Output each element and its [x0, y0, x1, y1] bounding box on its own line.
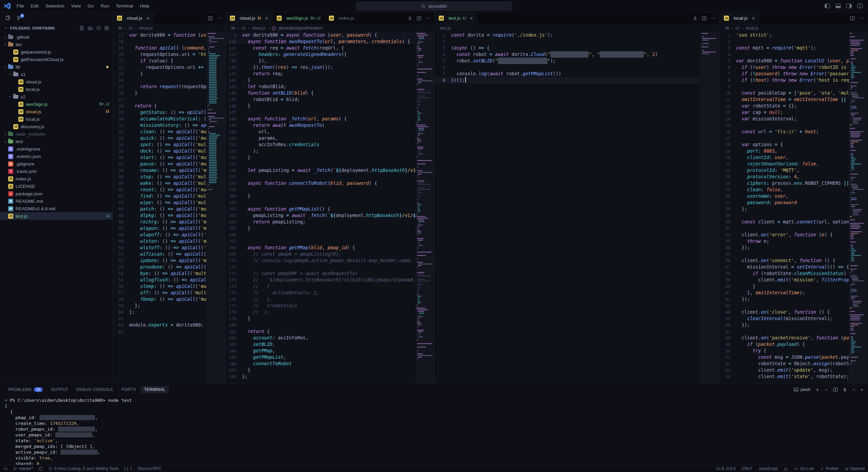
tree-item-getPasswordCloud.js[interactable]: JSgetPasswordCloud.js [0, 56, 113, 63]
close-icon[interactable]: × [146, 15, 150, 21]
tree-item-.gitignore[interactable]: G.gitignore [0, 160, 113, 168]
tab-cloud.js[interactable]: JScloud.js× [113, 12, 154, 24]
breadcrumb-item[interactable]: cloud.js [252, 26, 266, 31]
statusbar-alert[interactable] [784, 467, 788, 471]
menu-go[interactable]: Go [84, 2, 97, 10]
tree-item-node-modules[interactable]: ›node_modules [0, 130, 113, 138]
tree-item-cloud.js[interactable]: JScloud.js [0, 78, 113, 85]
statusbar-discord-rpc[interactable]: Discord RPC [138, 466, 161, 471]
split-icon[interactable] [850, 16, 855, 21]
tree-item-test[interactable]: ›test [0, 138, 113, 145]
tree-item-test.js[interactable]: JStest.jsU [0, 212, 113, 220]
statusbar-dependencies[interactable]: ⊘Depend [845, 466, 865, 471]
close-icon[interactable]: × [752, 15, 755, 21]
tree-item-.eslintrc.json[interactable]: E.eslintrc.json [0, 153, 113, 160]
statusbar-remote[interactable] [3, 467, 8, 471]
statusbar-language-mode[interactable]: JavaScript [758, 466, 777, 471]
tab-local.js[interactable]: JSlocal.js× [720, 12, 759, 24]
more-icon[interactable]: ⋯ [859, 16, 864, 20]
trash-icon[interactable] [843, 388, 847, 392]
breadcrumb-item[interactable]: v2 [735, 26, 740, 31]
statusbar-eol[interactable]: CRLF [742, 466, 752, 471]
tab-index.js[interactable]: JSindex.js [325, 12, 359, 24]
tab-awsSign.js[interactable]: JSawsSign.js9+, U [273, 12, 325, 24]
statusbar-go-live[interactable]: Go Live [794, 466, 814, 471]
tree-item-awsSign.js[interactable]: JSawsSign.js9+, U [0, 100, 113, 108]
breadcrumb-item[interactable]: lib [725, 26, 729, 31]
menu-file[interactable]: File [13, 2, 27, 10]
menu-view[interactable]: View [68, 2, 84, 10]
tab-cloud.js[interactable]: JScloud.jsM× [226, 12, 273, 24]
editor-cloudjs-v1[interactable]: 17var dorita980 = function (username, pa… [113, 32, 225, 383]
panel-tab-terminal[interactable]: TERMINAL [141, 386, 169, 393]
breadcrumb-item[interactable]: test.js [440, 26, 451, 31]
tree-item-.github[interactable]: ›.github [0, 33, 113, 41]
statusbar-git-sync[interactable] [38, 467, 43, 471]
breadcrumb-item[interactable]: cloud.js [139, 26, 153, 31]
chevdown-icon[interactable] [824, 388, 828, 392]
statusbar-git-branch[interactable]: master* [13, 466, 33, 471]
tree-item-index.js[interactable]: JSindex.js [0, 175, 113, 182]
editor-localjs-v2[interactable]: 1'use strict';23const mqtt = require('mq… [720, 32, 868, 383]
minimap[interactable] [701, 32, 719, 383]
explorer-section-header[interactable]: › FOLDERS: DORITA980 [0, 23, 113, 33]
tree-item-READMEv1.6.6.md[interactable]: MREADMEv1.6.6.md [0, 205, 113, 212]
tree-item-getpassword.js[interactable]: JSgetpassword.js [0, 48, 113, 56]
split-icon[interactable] [208, 16, 213, 21]
minimap[interactable] [849, 32, 868, 383]
breadcrumb-symbol[interactable]: generateSignedHeaders [278, 26, 322, 31]
breadcrumb-item[interactable]: lib [118, 26, 122, 31]
shell-selector[interactable]: pwsh [794, 387, 810, 392]
close-icon[interactable]: × [265, 15, 268, 21]
menu-edit[interactable]: Edit [27, 2, 42, 10]
layout-grid-icon[interactable] [857, 4, 863, 8]
layout-sidebar-left-icon[interactable] [825, 4, 830, 8]
compare-icon[interactable] [693, 16, 697, 21]
chevup-icon[interactable] [852, 388, 856, 392]
tree-item-README.md[interactable]: MREADME.md [0, 197, 113, 205]
compare-icon[interactable] [408, 16, 412, 21]
statusbar-wakatime[interactable]: 8 mins Coding, 5 secs Writing Tests [48, 466, 119, 471]
layout-panel-icon[interactable] [835, 4, 841, 8]
tree-item-discovery.js[interactable]: JSdiscovery.js [0, 123, 113, 130]
menu-terminal[interactable]: Terminal [112, 2, 136, 10]
statusbar-prettier[interactable]: ✓Prettier [820, 466, 839, 471]
layout-sidebar-right-icon[interactable] [846, 4, 852, 8]
minimap[interactable] [206, 32, 225, 383]
tree-item-local.js[interactable]: JSlocal.js [0, 115, 113, 123]
more-icon[interactable]: ⋯ [426, 16, 430, 20]
tree-item-v2[interactable]: ›v2 [0, 93, 113, 100]
breadcrumb-item[interactable]: lib [231, 26, 235, 31]
panel-tab-output[interactable]: OUTPUT [47, 386, 72, 393]
split-icon[interactable] [417, 16, 421, 21]
tree-item-local.js[interactable]: JSlocal.js [0, 85, 113, 93]
collapse-all-icon[interactable] [104, 26, 109, 31]
menu-selection[interactable]: Selection [42, 2, 68, 10]
files-icon[interactable] [5, 15, 11, 20]
panel-tab-ports[interactable]: PORTS [118, 386, 139, 393]
editor-testjs[interactable]: 1const dorita = require('./index.js');23… [435, 32, 719, 383]
command-center-search[interactable]: dorita980 [356, 2, 512, 11]
close-icon[interactable]: × [470, 15, 473, 21]
close-icon[interactable]: × [861, 388, 863, 392]
breadcrumb-item[interactable]: local.js [746, 26, 758, 31]
breadcrumb-item[interactable]: v2 [241, 26, 246, 31]
tree-item-cloud.js[interactable]: JScloud.jsM [0, 108, 113, 115]
minimap[interactable] [415, 32, 434, 383]
breadcrumb-item[interactable]: v1 [129, 26, 133, 31]
editor-cloudjs-v2[interactable]: 6var dorita980 = async function (user, p… [226, 32, 434, 383]
source-control-icon[interactable]: 6 [17, 15, 22, 20]
new-folder-icon[interactable] [88, 26, 93, 31]
refresh-icon[interactable] [96, 26, 101, 31]
statusbar-cursor-position[interactable]: Ln 8, Col 6 [716, 466, 736, 471]
split-icon[interactable] [702, 16, 707, 21]
more-icon[interactable]: ⋯ [711, 16, 715, 20]
tree-item-.travis.yml[interactable]: T.travis.yml [0, 168, 113, 175]
split-icon[interactable] [833, 387, 838, 392]
menu-help[interactable]: Help [136, 2, 153, 10]
menu-run[interactable]: Run [97, 2, 113, 10]
statusbar-indicator[interactable]: [·]: 1 [124, 466, 132, 471]
plus-icon[interactable] [815, 388, 820, 392]
tree-item-bin[interactable]: ›bin [0, 41, 113, 48]
tree-item-.eslintignore[interactable]: E.eslintignore [0, 145, 113, 153]
